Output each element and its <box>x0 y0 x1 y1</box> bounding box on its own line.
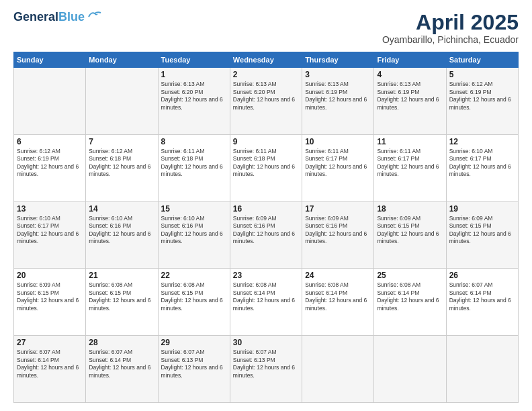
cell-content: Sunrise: 6:08 AMSunset: 6:14 PMDaylight:… <box>233 281 299 312</box>
day-number: 23 <box>233 271 299 280</box>
calendar-week-3: 13Sunrise: 6:10 AMSunset: 6:17 PMDayligh… <box>14 201 519 269</box>
cell-content: Sunrise: 6:12 AMSunset: 6:18 PMDaylight:… <box>89 148 154 179</box>
day-number: 16 <box>233 204 299 214</box>
calendar-cell: 13Sunrise: 6:10 AMSunset: 6:17 PMDayligh… <box>14 201 86 269</box>
calendar-cell: 9Sunrise: 6:11 AMSunset: 6:18 PMDaylight… <box>230 134 302 201</box>
calendar-cell: 28Sunrise: 6:07 AMSunset: 6:14 PMDayligh… <box>86 336 158 403</box>
day-number: 22 <box>161 271 227 280</box>
day-number: 11 <box>377 137 443 146</box>
day-number: 17 <box>305 204 371 214</box>
cell-content: Sunrise: 6:09 AMSunset: 6:15 PMDaylight:… <box>17 281 83 312</box>
calendar-cell: 22Sunrise: 6:08 AMSunset: 6:15 PMDayligh… <box>158 269 230 336</box>
calendar-header-row: SundayMondayTuesdayWednesdayThursdayFrid… <box>14 52 519 68</box>
cell-content: Sunrise: 6:07 AMSunset: 6:14 PMDaylight:… <box>449 281 515 312</box>
calendar-cell: 6Sunrise: 6:12 AMSunset: 6:19 PMDaylight… <box>14 134 86 201</box>
calendar-cell: 30Sunrise: 6:07 AMSunset: 6:13 PMDayligh… <box>230 336 302 403</box>
day-number: 28 <box>89 338 154 347</box>
calendar-cell: 20Sunrise: 6:09 AMSunset: 6:15 PMDayligh… <box>14 269 86 336</box>
calendar-cell: 10Sunrise: 6:11 AMSunset: 6:17 PMDayligh… <box>302 134 374 201</box>
calendar-week-5: 27Sunrise: 6:07 AMSunset: 6:14 PMDayligh… <box>14 336 519 403</box>
location: Oyambarillo, Pichincha, Ecuador <box>382 34 519 45</box>
logo: GeneralBlue <box>13 11 102 24</box>
cell-content: Sunrise: 6:08 AMSunset: 6:15 PMDaylight:… <box>161 281 227 312</box>
cell-content: Sunrise: 6:13 AMSunset: 6:19 PMDaylight:… <box>377 81 443 111</box>
calendar-cell: 15Sunrise: 6:10 AMSunset: 6:16 PMDayligh… <box>158 201 230 269</box>
day-number: 5 <box>449 70 515 79</box>
calendar-cell: 5Sunrise: 6:12 AMSunset: 6:19 PMDaylight… <box>446 68 518 135</box>
cell-content: Sunrise: 6:10 AMSunset: 6:17 PMDaylight:… <box>449 148 515 179</box>
cell-content: Sunrise: 6:10 AMSunset: 6:16 PMDaylight:… <box>161 215 227 246</box>
calendar-cell: 16Sunrise: 6:09 AMSunset: 6:16 PMDayligh… <box>230 201 302 269</box>
calendar-table: SundayMondayTuesdayWednesdayThursdayFrid… <box>13 52 519 403</box>
day-number: 8 <box>161 137 227 146</box>
cell-content: Sunrise: 6:09 AMSunset: 6:15 PMDaylight:… <box>377 215 443 246</box>
calendar-week-4: 20Sunrise: 6:09 AMSunset: 6:15 PMDayligh… <box>14 269 519 336</box>
cell-content: Sunrise: 6:08 AMSunset: 6:14 PMDaylight:… <box>305 281 371 312</box>
calendar-cell: 11Sunrise: 6:11 AMSunset: 6:17 PMDayligh… <box>374 134 446 201</box>
calendar-cell <box>446 336 518 403</box>
cell-content: Sunrise: 6:13 AMSunset: 6:20 PMDaylight:… <box>161 81 227 111</box>
day-number: 18 <box>377 204 443 214</box>
day-number: 27 <box>17 338 83 347</box>
day-number: 30 <box>233 338 299 347</box>
calendar-cell: 19Sunrise: 6:09 AMSunset: 6:15 PMDayligh… <box>446 201 518 269</box>
cell-content: Sunrise: 6:07 AMSunset: 6:13 PMDaylight:… <box>233 349 299 379</box>
cell-content: Sunrise: 6:11 AMSunset: 6:18 PMDaylight:… <box>233 148 299 179</box>
calendar-cell: 23Sunrise: 6:08 AMSunset: 6:14 PMDayligh… <box>230 269 302 336</box>
day-number: 9 <box>233 137 299 146</box>
calendar-cell: 4Sunrise: 6:13 AMSunset: 6:19 PMDaylight… <box>374 68 446 135</box>
cell-content: Sunrise: 6:13 AMSunset: 6:19 PMDaylight:… <box>305 81 371 111</box>
calendar-cell <box>14 68 86 135</box>
cell-content: Sunrise: 6:10 AMSunset: 6:17 PMDaylight:… <box>17 215 83 246</box>
cell-content: Sunrise: 6:12 AMSunset: 6:19 PMDaylight:… <box>17 148 83 179</box>
cell-content: Sunrise: 6:07 AMSunset: 6:13 PMDaylight:… <box>161 349 227 379</box>
calendar-cell: 27Sunrise: 6:07 AMSunset: 6:14 PMDayligh… <box>14 336 86 403</box>
day-header-friday: Friday <box>374 52 446 68</box>
day-header-tuesday: Tuesday <box>158 52 230 68</box>
cell-content: Sunrise: 6:08 AMSunset: 6:15 PMDaylight:… <box>89 281 154 312</box>
title-block: April 2025 Oyambarillo, Pichincha, Ecuad… <box>382 11 519 45</box>
day-number: 25 <box>377 271 443 280</box>
calendar-cell: 26Sunrise: 6:07 AMSunset: 6:14 PMDayligh… <box>446 269 518 336</box>
day-number: 13 <box>17 204 83 214</box>
day-number: 1 <box>161 70 227 79</box>
day-number: 2 <box>233 70 299 79</box>
calendar-cell: 21Sunrise: 6:08 AMSunset: 6:15 PMDayligh… <box>86 269 158 336</box>
calendar-cell: 14Sunrise: 6:10 AMSunset: 6:16 PMDayligh… <box>86 201 158 269</box>
calendar-cell: 1Sunrise: 6:13 AMSunset: 6:20 PMDaylight… <box>158 68 230 135</box>
cell-content: Sunrise: 6:07 AMSunset: 6:14 PMDaylight:… <box>89 349 154 379</box>
day-number: 26 <box>449 271 515 280</box>
cell-content: Sunrise: 6:11 AMSunset: 6:18 PMDaylight:… <box>161 148 227 179</box>
calendar-cell <box>374 336 446 403</box>
day-number: 29 <box>161 338 227 347</box>
day-number: 20 <box>17 271 83 280</box>
day-number: 4 <box>377 70 443 79</box>
day-header-monday: Monday <box>86 52 158 68</box>
cell-content: Sunrise: 6:10 AMSunset: 6:16 PMDaylight:… <box>89 215 154 246</box>
calendar-cell: 25Sunrise: 6:08 AMSunset: 6:14 PMDayligh… <box>374 269 446 336</box>
page: GeneralBlue April 2025 Oyambarillo, Pich… <box>0 0 532 411</box>
cell-content: Sunrise: 6:13 AMSunset: 6:20 PMDaylight:… <box>233 81 299 111</box>
cell-content: Sunrise: 6:08 AMSunset: 6:14 PMDaylight:… <box>377 281 443 312</box>
day-header-thursday: Thursday <box>302 52 374 68</box>
calendar-cell: 7Sunrise: 6:12 AMSunset: 6:18 PMDaylight… <box>86 134 158 201</box>
calendar-cell: 24Sunrise: 6:08 AMSunset: 6:14 PMDayligh… <box>302 269 374 336</box>
calendar-cell: 3Sunrise: 6:13 AMSunset: 6:19 PMDaylight… <box>302 68 374 135</box>
cell-content: Sunrise: 6:09 AMSunset: 6:15 PMDaylight:… <box>449 215 515 246</box>
day-number: 3 <box>305 70 371 79</box>
day-number: 15 <box>161 204 227 214</box>
calendar-cell: 17Sunrise: 6:09 AMSunset: 6:16 PMDayligh… <box>302 201 374 269</box>
header: GeneralBlue April 2025 Oyambarillo, Pich… <box>13 11 519 45</box>
day-number: 6 <box>17 137 83 146</box>
day-number: 21 <box>89 271 154 280</box>
calendar-week-2: 6Sunrise: 6:12 AMSunset: 6:19 PMDaylight… <box>14 134 519 201</box>
cell-content: Sunrise: 6:09 AMSunset: 6:16 PMDaylight:… <box>305 215 371 246</box>
calendar-cell: 12Sunrise: 6:10 AMSunset: 6:17 PMDayligh… <box>446 134 518 201</box>
calendar-cell <box>302 336 374 403</box>
day-number: 24 <box>305 271 371 280</box>
cell-content: Sunrise: 6:07 AMSunset: 6:14 PMDaylight:… <box>17 349 83 379</box>
calendar-cell: 18Sunrise: 6:09 AMSunset: 6:15 PMDayligh… <box>374 201 446 269</box>
cell-content: Sunrise: 6:11 AMSunset: 6:17 PMDaylight:… <box>305 148 371 179</box>
day-header-wednesday: Wednesday <box>230 52 302 68</box>
day-number: 14 <box>89 204 154 214</box>
